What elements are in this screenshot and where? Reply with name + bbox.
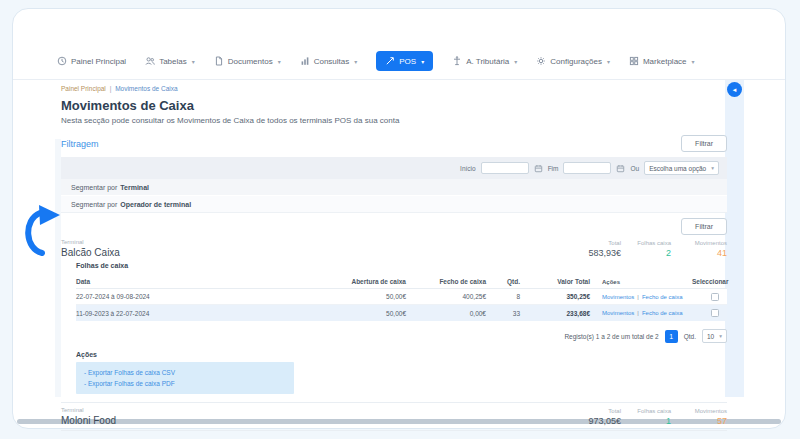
chevron-down-icon: ▾ — [711, 165, 714, 171]
inicio-date-input[interactable] — [481, 162, 529, 174]
cell-valor-total: 350,25€ — [520, 293, 590, 300]
total-label: Total — [565, 240, 621, 246]
col-qtd: Qtd. — [486, 278, 520, 285]
date-filter-bar: Início Fim Ou Escolha uma opção ▾ — [61, 157, 727, 179]
nav-item-documentos[interactable]: Documentos ▾ — [214, 56, 281, 66]
terminal-name: Balcão Caixa — [61, 247, 120, 258]
grid-icon — [629, 56, 639, 66]
cell-abertura: 50,00€ — [321, 293, 406, 300]
calendar-icon[interactable] — [534, 164, 543, 173]
movimentos-label: Movimentos — [681, 240, 727, 246]
terminal-stats: Total 973,05€ Folhas caixa 1 Movimentos … — [565, 408, 727, 426]
nav-item-a-tributaria[interactable]: A. Tributária ▾ — [452, 56, 517, 66]
folhas-de-caixa-title: Folhas de caixa — [76, 262, 727, 269]
breadcrumb-home-link[interactable]: Painel Principal — [61, 85, 106, 92]
nav-label: POS — [399, 57, 416, 66]
movimentos-link[interactable]: Movimentos — [602, 310, 634, 316]
nav-label: Consultas — [314, 57, 350, 66]
breadcrumb-current-link[interactable]: Movimentos de Caixa — [115, 85, 178, 92]
table-header-row: Data Abertura de caixa Fecho de caixa Qt… — [76, 275, 727, 289]
col-valor: Valor Total — [520, 278, 590, 285]
scale-icon — [452, 56, 462, 66]
nav-item-tabelas[interactable]: Tabelas ▾ — [145, 56, 195, 66]
nav-label: Documentos — [228, 57, 273, 66]
ou-label: Ou — [630, 165, 639, 172]
filter-button-bottom[interactable]: Filtrar — [681, 218, 727, 235]
nav-label: Tabelas — [159, 57, 187, 66]
nav-item-configuracoes[interactable]: Configurações ▾ — [536, 56, 610, 66]
cell-qtd: 33 — [486, 310, 520, 317]
cell-fecho: 0,00€ — [406, 310, 486, 317]
cell-fecho: 400,25€ — [406, 293, 486, 300]
segment-by-operator-row[interactable]: Segmentar por Operador de terminal — [61, 196, 727, 213]
total-value: 973,05€ — [565, 416, 621, 426]
nav-item-painel-principal[interactable]: Painel Principal — [57, 56, 126, 66]
link-separator: | — [634, 310, 642, 316]
cell-data: 11-09-2023 à 22-07-2024 — [76, 310, 321, 317]
select-value: 10 — [707, 333, 714, 340]
top-nav: Painel Principal Tabelas ▾ Documentos ▾ … — [57, 49, 695, 73]
export-csv-link[interactable]: - Exportar Folhas de caixa CSV — [84, 367, 286, 378]
terminal-label: Terminal — [61, 407, 116, 413]
fim-label: Fim — [548, 165, 559, 172]
movimentos-count: 57 — [681, 416, 727, 426]
nav-label: Painel Principal — [71, 57, 126, 66]
content: Painel Principal | Movimentos de Caixa M… — [61, 83, 727, 431]
terminal-section-header: Terminal Moloni Food Total 973,05€ Folha… — [61, 407, 727, 426]
terminal-section-header: Terminal Balcão Caixa Total 583,93€ Folh… — [61, 239, 727, 258]
total-value: 583,93€ — [565, 248, 621, 258]
chevron-down-icon: ▾ — [354, 58, 357, 65]
collapse-left-icon: ◄ — [732, 87, 738, 93]
segment-prefix: Segmentar por — [71, 184, 117, 191]
breadcrumb: Painel Principal | Movimentos de Caixa — [61, 85, 727, 92]
col-data: Data — [76, 278, 321, 285]
inicio-label: Início — [460, 165, 476, 172]
chevron-down-icon: ▾ — [192, 58, 195, 65]
section-divider — [61, 430, 727, 431]
fecho-de-caixa-link[interactable]: Fecho de caixa — [642, 310, 683, 316]
gear-icon — [536, 56, 546, 66]
row-checkbox[interactable] — [711, 309, 719, 317]
nav-item-pos-active[interactable]: POS ▾ — [376, 51, 433, 71]
total-label: Total — [565, 408, 621, 414]
fim-date-input[interactable] — [563, 162, 611, 174]
chevron-down-icon: ▾ — [607, 58, 610, 65]
nav-item-consultas[interactable]: Consultas ▾ — [300, 56, 358, 66]
chevron-down-icon: ▾ — [278, 58, 281, 65]
breadcrumb-separator: | — [110, 85, 112, 92]
filter-button-top[interactable]: Filtrar — [681, 135, 727, 152]
row-checkbox[interactable] — [711, 293, 719, 301]
annotation-arrow — [22, 204, 66, 256]
col-abertura: Abertura de caixa — [321, 278, 406, 285]
collapsed-side-panel — [725, 80, 744, 397]
cell-data: 22-07-2024 à 09-08-2024 — [76, 293, 321, 300]
cell-qtd: 8 — [486, 293, 520, 300]
export-pdf-link[interactable]: - Exportar Folhas de caixa PDF — [84, 378, 286, 389]
segment-prefix: Segmentar por — [71, 201, 117, 208]
page-1-button[interactable]: 1 — [665, 330, 678, 343]
folhas-caixa-count: 2 — [631, 248, 671, 258]
calendar-icon[interactable] — [616, 164, 625, 173]
folhas-caixa-label: Folhas caixa — [631, 408, 671, 414]
export-actions-box: - Exportar Folhas de caixa CSV - Exporta… — [76, 362, 294, 394]
segment-by-terminal-row[interactable]: Segmentar por Terminal — [61, 179, 727, 196]
movimentos-link[interactable]: Movimentos — [602, 294, 634, 300]
nav-label: Marketplace — [643, 57, 687, 66]
nav-item-marketplace[interactable]: Marketplace ▾ — [629, 56, 695, 66]
cell-abertura: 50,00€ — [321, 310, 406, 317]
terminal-name: Moloni Food — [61, 415, 116, 426]
chevron-down-icon: ▾ — [514, 58, 517, 65]
acoes-title: Ações — [76, 351, 727, 358]
select-value: Escolha uma opção — [649, 165, 706, 172]
page-size-select[interactable]: 10 ▾ — [702, 329, 727, 343]
segment-operator-label: Operador de terminal — [120, 201, 191, 208]
cell-valor-total: 233,68€ — [520, 310, 590, 317]
panel-collapse-button[interactable]: ◄ — [727, 82, 742, 97]
fecho-de-caixa-link[interactable]: Fecho de caixa — [642, 294, 683, 300]
period-option-select[interactable]: Escolha uma opção ▾ — [644, 161, 719, 175]
filtragem-label[interactable]: Filtragem — [61, 139, 99, 149]
page-subtitle: Nesta secção pode consultar os Movimento… — [61, 116, 727, 125]
col-acoes: Ações — [590, 279, 692, 285]
qtd-label: Qtd. — [684, 333, 696, 340]
movimentos-count: 41 — [681, 248, 727, 258]
